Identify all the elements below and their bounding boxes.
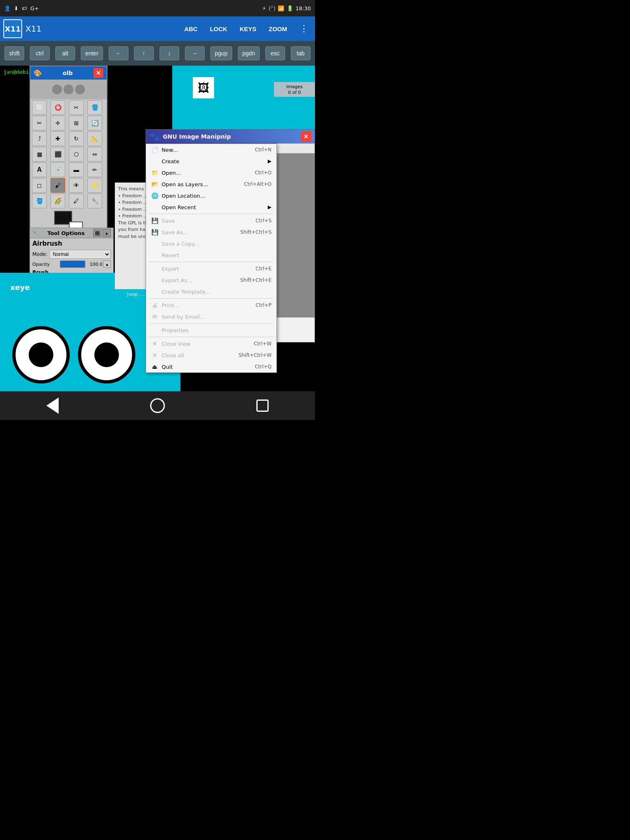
tool-options-label: Tool Options <box>48 230 85 236</box>
tool-healing[interactable]: 🔧 <box>87 194 102 208</box>
save-as-icon: 💾 <box>151 229 158 235</box>
close-all-icon: ✕ <box>151 352 158 358</box>
tab-key[interactable]: tab <box>291 46 310 60</box>
menu-item-create-label: Create <box>162 158 179 164</box>
open-recent-arrow: ▶ <box>268 204 272 210</box>
gimp-close-button[interactable]: ✕ <box>301 131 311 142</box>
tool-text[interactable]: A <box>32 162 47 177</box>
tool-ellipse-select[interactable]: ⭕ <box>50 100 65 115</box>
enter-key[interactable]: enter <box>81 46 103 60</box>
menu-item-quit[interactable]: ⏏ Quit Ctrl+Q <box>146 361 276 372</box>
main-content: jan@debian:~$ gimp 🖼 Images 0 of 0 2.4 🎨… <box>0 66 315 394</box>
tool-clone[interactable]: 👁 <box>69 178 84 193</box>
tool-blend[interactable]: 🌈 <box>50 194 65 208</box>
menu-item-save-copy[interactable]: Save a Copy... <box>146 238 276 249</box>
menu-item-open[interactable]: 📁 Open... Ctrl+O <box>146 167 276 178</box>
menu-item-open-layers[interactable]: 📂 Open as Layers... Ctrl+Alt+O <box>146 178 276 190</box>
tool-perspective[interactable]: ⬡ <box>69 147 84 162</box>
toolbox-title: olb <box>63 70 73 76</box>
right-arrow-key[interactable]: → <box>185 46 205 60</box>
back-button[interactable] <box>40 393 65 418</box>
menu-item-save[interactable]: 💾 Save Ctrl+S <box>146 215 276 226</box>
tool-scissors[interactable]: ✂ <box>32 116 47 130</box>
tool-cage[interactable]: ▦ <box>32 147 47 162</box>
tool-options-btn2[interactable]: ▲ <box>103 229 111 237</box>
menu-item-close-view[interactable]: ✕ Close View Ctrl+W <box>146 338 276 349</box>
pgup-key[interactable]: pgup <box>210 46 232 60</box>
down-arrow-key[interactable]: ↓ <box>160 46 179 60</box>
tool-bucket[interactable]: 🪣 <box>32 194 47 208</box>
close-view-shortcut: Ctrl+W <box>254 341 272 347</box>
up-arrow-key[interactable]: ↑ <box>134 46 154 60</box>
menu-item-open-layers-label: Open as Layers... <box>162 181 208 187</box>
abc-button[interactable]: ABC <box>178 23 203 35</box>
tool-move[interactable]: ✛ <box>50 116 65 130</box>
left-arrow-key[interactable]: ← <box>109 46 128 60</box>
quit-icon: ⏏ <box>151 363 158 370</box>
mode-label: Mode: <box>32 251 48 257</box>
pgdn-key[interactable]: pgdn <box>238 46 260 60</box>
menu-item-revert[interactable]: Revert <box>146 249 276 261</box>
tool-options-btn1[interactable]: ⬛ <box>93 229 101 237</box>
menu-item-open-location[interactable]: 🌐 Open Location... <box>146 190 276 201</box>
menu-item-export-as[interactable]: Export As... Shift+Ctrl+E <box>146 274 276 286</box>
menu-item-open-label: Open... <box>162 170 181 176</box>
opacity-inc-btn[interactable]: ▲ <box>103 260 111 268</box>
tool-transform[interactable]: 🔄 <box>87 116 102 130</box>
tool-fuzzy-select[interactable]: 🪣 <box>87 100 102 115</box>
menu-item-properties[interactable]: Properties <box>146 324 276 336</box>
esc-key[interactable]: esc <box>265 46 285 60</box>
gimp-main-titlebar: 🐾 GNU Image Manipnip ✕ <box>146 130 315 144</box>
opacity-slider[interactable] <box>60 260 85 268</box>
menu-sep5 <box>149 337 273 337</box>
create-arrow: ▶ <box>268 158 272 164</box>
tool-cross-hair[interactable]: ✚ <box>50 131 65 146</box>
zoom-button[interactable]: ZOOM <box>263 23 293 35</box>
menu-item-new[interactable]: 📄 New... Ctrl+N <box>146 144 276 155</box>
home-button[interactable] <box>145 393 170 418</box>
menu-item-open-recent[interactable]: Open Recent ▶ <box>146 201 276 213</box>
quit-shortcut: Ctrl+Q <box>255 364 272 370</box>
menu-item-export[interactable]: Export Ctrl+E <box>146 263 276 274</box>
tool-airbrush[interactable]: 🖌 <box>50 178 65 193</box>
menu-item-create[interactable]: Create ▶ <box>146 155 276 167</box>
export-shortcut: Ctrl+E <box>256 266 272 272</box>
tool-align[interactable]: ⊞ <box>69 116 84 130</box>
menu-item-send-email[interactable]: ✉ Send by Email... <box>146 311 276 322</box>
more-options-button[interactable]: ⋮ <box>296 22 312 36</box>
mode-select[interactable]: Normal Multiply Screen <box>49 250 111 259</box>
tool-color-picker[interactable]: 💉 <box>50 162 65 177</box>
menu-item-save-as[interactable]: 💾 Save As... Shift+Ctrl+S <box>146 226 276 238</box>
tool-smudge[interactable]: 🌟 <box>87 178 102 193</box>
open-layers-shortcut: Ctrl+Alt+O <box>244 181 272 187</box>
recent-apps-button[interactable] <box>250 393 275 418</box>
tool-ink[interactable]: 🖊 <box>69 194 84 208</box>
app-bar: X11 X11 ABC LOCK KEYS ZOOM ⋮ <box>0 16 315 41</box>
ctrl-key[interactable]: ctrl <box>30 46 50 60</box>
tool-rotate[interactable]: ↻ <box>69 131 84 146</box>
tool-rectangle-fill[interactable]: ▬ <box>69 162 84 177</box>
toolbox-icon: 🎨 <box>34 69 42 77</box>
menu-item-close-view-label: Close View <box>162 341 190 347</box>
status-bar: 👤 ⬇ 🏷 G+ ⚡ 📳 📶 🔋 18:30 <box>0 0 315 16</box>
tool-flip[interactable]: ⇔ <box>87 147 102 162</box>
menu-item-save-copy-label: Save a Copy... <box>162 241 199 247</box>
tool-measure[interactable]: 📐 <box>87 131 102 146</box>
tool-scale[interactable]: ⬛ <box>50 147 65 162</box>
tool-rect-select[interactable]: ⬜ <box>32 100 47 115</box>
tool-pencil[interactable]: ✏ <box>87 162 102 177</box>
tool-eraser[interactable]: ◻ <box>32 178 47 193</box>
alt-key[interactable]: alt <box>55 46 75 60</box>
tool-options-header: 🔧 Tool Options ⬛ ▲ <box>30 228 113 238</box>
opacity-label: Opacity <box>32 262 59 267</box>
toolbox-close-button[interactable]: ✕ <box>94 68 103 78</box>
menu-item-close-all[interactable]: ✕ Close all Shift+Ctrl+W <box>146 349 276 361</box>
tool-free-select[interactable]: ✂ <box>69 100 84 115</box>
right-pupil <box>94 342 119 367</box>
menu-item-print[interactable]: 🖨 Print... Ctrl+P <box>146 299 276 311</box>
keys-button[interactable]: KEYS <box>234 23 262 35</box>
tool-path[interactable]: ⤴ <box>32 131 47 146</box>
menu-item-create-template[interactable]: Create Template... <box>146 286 276 297</box>
lock-button[interactable]: LOCK <box>204 23 233 35</box>
shift-key[interactable]: shift <box>5 46 24 60</box>
